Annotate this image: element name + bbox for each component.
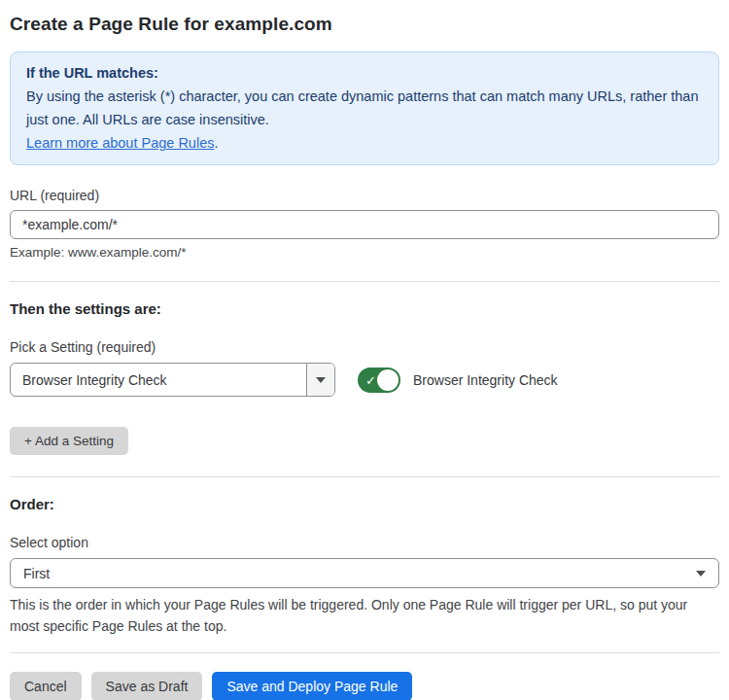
order-section-heading: Order: (10, 496, 719, 512)
save-as-draft-button[interactable]: Save as Draft (91, 672, 203, 700)
setting-dropdown-value: Browser Integrity Check (11, 364, 306, 396)
section-divider-order (10, 476, 719, 477)
info-box-link-line: Learn more about Page Rules. (26, 131, 703, 155)
add-setting-button[interactable]: + Add a Setting (10, 427, 128, 455)
info-box-body: By using the asterisk (*) character, you… (26, 85, 703, 131)
order-select-value: First (23, 566, 50, 581)
setting-toggle-label: Browser Integrity Check (413, 372, 558, 388)
toggle-knob (377, 369, 399, 391)
page-title: Create a Page Rule for example.com (10, 14, 719, 35)
setting-row: Browser Integrity Check ✓ Browser Integr… (10, 363, 719, 397)
chevron-down-icon (316, 377, 326, 383)
save-and-deploy-button[interactable]: Save and Deploy Page Rule (212, 672, 412, 700)
info-box-heading: If the URL matches: (26, 61, 703, 85)
section-divider-top (10, 281, 719, 282)
cancel-button[interactable]: Cancel (10, 672, 82, 700)
footer-actions: Cancel Save as Draft Save and Deploy Pag… (10, 672, 719, 700)
check-icon: ✓ (365, 373, 376, 386)
setting-dropdown-arrow-button[interactable] (306, 364, 334, 396)
order-select-label: Select option (10, 535, 719, 550)
setting-dropdown[interactable]: Browser Integrity Check (10, 363, 335, 397)
learn-more-link[interactable]: Learn more about Page Rules (26, 135, 214, 151)
order-select[interactable]: First (10, 558, 719, 588)
url-input[interactable] (10, 210, 719, 239)
url-field-label: URL (required) (10, 188, 719, 203)
url-match-info-box: If the URL matches: By using the asteris… (10, 52, 719, 165)
settings-section-heading: Then the settings are: (10, 300, 719, 317)
chevron-down-icon (696, 571, 706, 577)
pick-setting-label: Pick a Setting (required) (10, 339, 719, 355)
setting-toggle-group: ✓ Browser Integrity Check (358, 368, 558, 393)
browser-integrity-toggle[interactable]: ✓ (358, 368, 400, 393)
link-period: . (214, 135, 218, 151)
create-page-rule-panel: Create a Page Rule for example.com If th… (0, 14, 729, 700)
url-example-text: Example: www.example.com/* (10, 245, 719, 260)
order-help-text: This is the order in which your Page Rul… (10, 594, 719, 637)
footer-divider (10, 652, 719, 653)
